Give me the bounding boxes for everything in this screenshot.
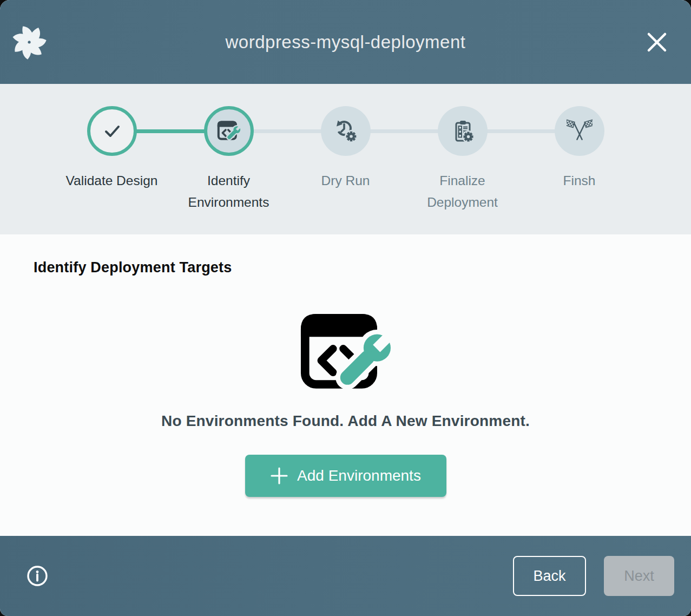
code-window-wrench-icon bbox=[216, 120, 242, 142]
step-label: Finalize Deployment bbox=[415, 170, 510, 213]
next-button[interactable]: Next bbox=[604, 556, 674, 596]
plus-icon bbox=[270, 467, 288, 485]
step-finish: Finsh bbox=[521, 84, 638, 234]
step-circle-finish bbox=[555, 106, 604, 156]
info-icon[interactable] bbox=[26, 565, 49, 587]
dialog-footer: Back Next bbox=[0, 536, 691, 616]
step-circle-finalize-deployment bbox=[438, 106, 488, 156]
back-button[interactable]: Back bbox=[513, 556, 586, 596]
checkered-flags-icon bbox=[567, 118, 593, 144]
step-finalize-deployment: Finalize Deployment bbox=[404, 84, 521, 234]
check-icon bbox=[99, 118, 125, 144]
wizard-body: Identify Deployment Targets No Environme… bbox=[0, 234, 691, 536]
empty-environments-state: No Environments Found. Add A New Environ… bbox=[0, 276, 691, 497]
dialog-header: wordpress-mysql-deployment bbox=[0, 0, 691, 84]
add-environments-button[interactable]: Add Environments bbox=[245, 455, 446, 497]
step-circle-identify-environments[interactable] bbox=[204, 106, 254, 156]
page-title: Identify Deployment Targets bbox=[34, 259, 691, 276]
step-label: Validate Design bbox=[66, 170, 158, 192]
code-window-wrench-icon bbox=[295, 310, 397, 396]
step-label: Identify Environments bbox=[181, 170, 277, 213]
close-icon[interactable] bbox=[644, 30, 669, 55]
step-circle-validate-design[interactable] bbox=[87, 106, 137, 156]
clipboard-checklist-gear-icon bbox=[450, 118, 476, 144]
history-gear-icon bbox=[333, 118, 359, 144]
wizard-stepper: Validate Design bbox=[0, 84, 691, 234]
step-validate-design: Validate Design bbox=[54, 84, 170, 234]
deployment-wizard-dialog: wordpress-mysql-deployment Validate Desi… bbox=[0, 0, 691, 616]
nirmata-swirl-logo-icon bbox=[12, 25, 47, 60]
step-identify-environments: Identify Environments bbox=[170, 84, 287, 234]
step-circle-dry-run bbox=[321, 106, 371, 156]
add-environments-button-label: Add Environments bbox=[297, 467, 421, 484]
empty-state-message: No Environments Found. Add A New Environ… bbox=[161, 412, 530, 430]
step-dry-run: Dry Run bbox=[287, 84, 404, 234]
step-label: Finsh bbox=[563, 170, 596, 192]
dialog-title: wordpress-mysql-deployment bbox=[47, 33, 644, 51]
step-label: Dry Run bbox=[321, 170, 370, 192]
